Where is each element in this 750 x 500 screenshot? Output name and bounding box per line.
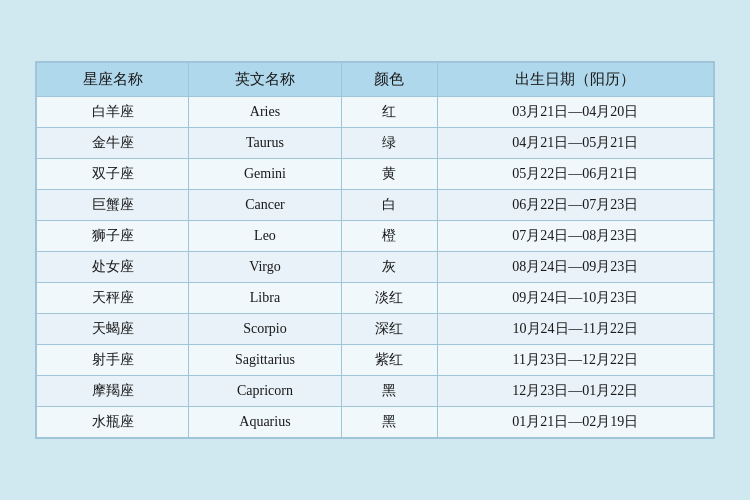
- table-row: 处女座Virgo灰08月24日—09月23日: [37, 252, 714, 283]
- zodiac-table-container: 星座名称 英文名称 颜色 出生日期（阳历） 白羊座Aries红03月21日—04…: [35, 61, 715, 439]
- cell-color: 绿: [341, 128, 437, 159]
- cell-dates: 11月23日—12月22日: [437, 345, 713, 376]
- table-row: 双子座Gemini黄05月22日—06月21日: [37, 159, 714, 190]
- cell-chinese-name: 摩羯座: [37, 376, 189, 407]
- table-row: 巨蟹座Cancer白06月22日—07月23日: [37, 190, 714, 221]
- cell-english-name: Taurus: [189, 128, 341, 159]
- cell-english-name: Gemini: [189, 159, 341, 190]
- cell-chinese-name: 金牛座: [37, 128, 189, 159]
- cell-dates: 07月24日—08月23日: [437, 221, 713, 252]
- cell-english-name: Capricorn: [189, 376, 341, 407]
- col-header-english: 英文名称: [189, 63, 341, 97]
- cell-dates: 06月22日—07月23日: [437, 190, 713, 221]
- cell-english-name: Libra: [189, 283, 341, 314]
- col-header-dates: 出生日期（阳历）: [437, 63, 713, 97]
- cell-dates: 10月24日—11月22日: [437, 314, 713, 345]
- cell-chinese-name: 双子座: [37, 159, 189, 190]
- table-header-row: 星座名称 英文名称 颜色 出生日期（阳历）: [37, 63, 714, 97]
- cell-english-name: Sagittarius: [189, 345, 341, 376]
- cell-color: 橙: [341, 221, 437, 252]
- cell-color: 白: [341, 190, 437, 221]
- zodiac-table: 星座名称 英文名称 颜色 出生日期（阳历） 白羊座Aries红03月21日—04…: [36, 62, 714, 438]
- table-row: 天秤座Libra淡红09月24日—10月23日: [37, 283, 714, 314]
- table-row: 天蝎座Scorpio深红10月24日—11月22日: [37, 314, 714, 345]
- table-row: 金牛座Taurus绿04月21日—05月21日: [37, 128, 714, 159]
- table-body: 白羊座Aries红03月21日—04月20日金牛座Taurus绿04月21日—0…: [37, 97, 714, 438]
- table-row: 狮子座Leo橙07月24日—08月23日: [37, 221, 714, 252]
- table-row: 水瓶座Aquarius黑01月21日—02月19日: [37, 407, 714, 438]
- cell-english-name: Aries: [189, 97, 341, 128]
- cell-chinese-name: 巨蟹座: [37, 190, 189, 221]
- cell-chinese-name: 水瓶座: [37, 407, 189, 438]
- cell-dates: 12月23日—01月22日: [437, 376, 713, 407]
- cell-dates: 01月21日—02月19日: [437, 407, 713, 438]
- cell-color: 红: [341, 97, 437, 128]
- col-header-chinese: 星座名称: [37, 63, 189, 97]
- cell-english-name: Scorpio: [189, 314, 341, 345]
- cell-english-name: Leo: [189, 221, 341, 252]
- cell-color: 灰: [341, 252, 437, 283]
- cell-chinese-name: 射手座: [37, 345, 189, 376]
- cell-color: 淡红: [341, 283, 437, 314]
- cell-dates: 04月21日—05月21日: [437, 128, 713, 159]
- cell-color: 紫红: [341, 345, 437, 376]
- cell-chinese-name: 天秤座: [37, 283, 189, 314]
- cell-english-name: Cancer: [189, 190, 341, 221]
- cell-dates: 09月24日—10月23日: [437, 283, 713, 314]
- cell-dates: 08月24日—09月23日: [437, 252, 713, 283]
- table-row: 射手座Sagittarius紫红11月23日—12月22日: [37, 345, 714, 376]
- cell-chinese-name: 处女座: [37, 252, 189, 283]
- table-row: 白羊座Aries红03月21日—04月20日: [37, 97, 714, 128]
- col-header-color: 颜色: [341, 63, 437, 97]
- cell-english-name: Virgo: [189, 252, 341, 283]
- cell-dates: 03月21日—04月20日: [437, 97, 713, 128]
- cell-chinese-name: 狮子座: [37, 221, 189, 252]
- cell-chinese-name: 白羊座: [37, 97, 189, 128]
- cell-color: 黑: [341, 376, 437, 407]
- cell-color: 黑: [341, 407, 437, 438]
- cell-color: 黄: [341, 159, 437, 190]
- cell-chinese-name: 天蝎座: [37, 314, 189, 345]
- cell-dates: 05月22日—06月21日: [437, 159, 713, 190]
- cell-english-name: Aquarius: [189, 407, 341, 438]
- cell-color: 深红: [341, 314, 437, 345]
- table-row: 摩羯座Capricorn黑12月23日—01月22日: [37, 376, 714, 407]
